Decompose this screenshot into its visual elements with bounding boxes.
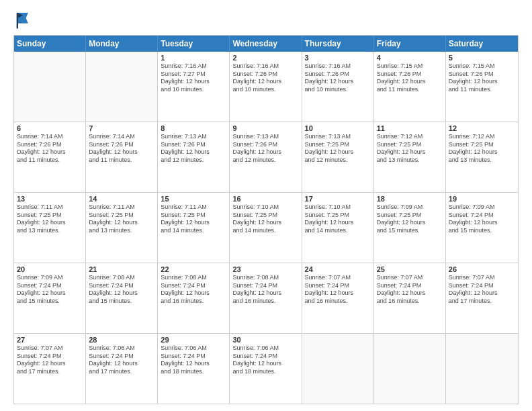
- day-number: 22: [161, 265, 226, 273]
- calendar-row-2: 6Sunrise: 7:14 AM Sunset: 7:26 PM Daylig…: [14, 122, 518, 192]
- calendar-cell: 25Sunrise: 7:07 AM Sunset: 7:24 PM Dayli…: [374, 263, 446, 333]
- calendar-cell: [446, 334, 518, 404]
- day-info: Sunrise: 7:06 AM Sunset: 7:24 PM Dayligh…: [161, 345, 226, 376]
- day-info: Sunrise: 7:07 AM Sunset: 7:24 PM Dayligh…: [449, 274, 515, 306]
- day-number: 2: [232, 54, 298, 62]
- day-info: Sunrise: 7:14 AM Sunset: 7:26 PM Dayligh…: [17, 133, 83, 165]
- day-number: 6: [17, 124, 83, 132]
- day-number: 20: [17, 265, 83, 273]
- day-number: 4: [377, 54, 443, 62]
- logo-icon: [13, 11, 32, 30]
- calendar-cell: 19Sunrise: 7:09 AM Sunset: 7:24 PM Dayli…: [446, 193, 518, 263]
- calendar-cell: 15Sunrise: 7:11 AM Sunset: 7:25 PM Dayli…: [158, 193, 230, 263]
- weekday-header-wednesday: Wednesday: [230, 36, 302, 52]
- calendar-cell: 20Sunrise: 7:09 AM Sunset: 7:24 PM Dayli…: [14, 263, 86, 333]
- calendar-cell: 12Sunrise: 7:12 AM Sunset: 7:25 PM Dayli…: [446, 122, 518, 192]
- calendar-cell: 28Sunrise: 7:06 AM Sunset: 7:24 PM Dayli…: [86, 334, 158, 404]
- day-info: Sunrise: 7:12 AM Sunset: 7:25 PM Dayligh…: [449, 133, 515, 165]
- day-number: 16: [232, 195, 298, 203]
- day-info: Sunrise: 7:08 AM Sunset: 7:24 PM Dayligh…: [232, 274, 298, 306]
- calendar-cell: 16Sunrise: 7:10 AM Sunset: 7:25 PM Dayli…: [230, 193, 302, 263]
- day-number: 19: [449, 195, 515, 203]
- calendar-cell: 9Sunrise: 7:13 AM Sunset: 7:26 PM Daylig…: [230, 122, 302, 192]
- day-number: 30: [232, 336, 298, 344]
- weekday-header-thursday: Thursday: [302, 36, 374, 52]
- day-info: Sunrise: 7:11 AM Sunset: 7:25 PM Dayligh…: [17, 203, 83, 235]
- day-number: 5: [449, 54, 515, 62]
- day-number: 15: [161, 195, 226, 203]
- weekday-header-saturday: Saturday: [446, 36, 518, 52]
- day-info: Sunrise: 7:13 AM Sunset: 7:26 PM Dayligh…: [232, 133, 298, 165]
- svg-rect-3: [17, 13, 18, 28]
- day-info: Sunrise: 7:07 AM Sunset: 7:24 PM Dayligh…: [377, 274, 443, 306]
- day-number: 9: [232, 124, 298, 132]
- day-info: Sunrise: 7:13 AM Sunset: 7:26 PM Dayligh…: [161, 133, 226, 165]
- calendar-cell: 3Sunrise: 7:16 AM Sunset: 7:26 PM Daylig…: [302, 52, 374, 122]
- day-number: 14: [89, 195, 154, 203]
- calendar-body: 1Sunrise: 7:16 AM Sunset: 7:27 PM Daylig…: [14, 52, 518, 404]
- calendar-row-5: 27Sunrise: 7:07 AM Sunset: 7:24 PM Dayli…: [14, 333, 518, 404]
- day-number: 27: [17, 336, 83, 344]
- day-info: Sunrise: 7:08 AM Sunset: 7:24 PM Dayligh…: [89, 274, 154, 306]
- day-number: 7: [89, 124, 154, 132]
- day-number: 10: [305, 124, 371, 132]
- calendar-cell: 24Sunrise: 7:07 AM Sunset: 7:24 PM Dayli…: [302, 263, 374, 333]
- calendar-cell: 22Sunrise: 7:08 AM Sunset: 7:24 PM Dayli…: [158, 263, 230, 333]
- calendar-cell: 29Sunrise: 7:06 AM Sunset: 7:24 PM Dayli…: [158, 334, 230, 404]
- day-number: 24: [305, 265, 371, 273]
- day-number: 21: [89, 265, 154, 273]
- calendar-cell: [374, 334, 446, 404]
- day-number: 28: [89, 336, 154, 344]
- calendar-cell: 26Sunrise: 7:07 AM Sunset: 7:24 PM Dayli…: [446, 263, 518, 333]
- day-info: Sunrise: 7:14 AM Sunset: 7:26 PM Dayligh…: [89, 133, 154, 165]
- page: SundayMondayTuesdayWednesdayThursdayFrid…: [0, 0, 532, 411]
- day-info: Sunrise: 7:09 AM Sunset: 7:25 PM Dayligh…: [377, 203, 443, 235]
- day-info: Sunrise: 7:12 AM Sunset: 7:25 PM Dayligh…: [377, 133, 443, 165]
- calendar: SundayMondayTuesdayWednesdayThursdayFrid…: [13, 35, 519, 404]
- day-info: Sunrise: 7:15 AM Sunset: 7:26 PM Dayligh…: [449, 62, 515, 94]
- calendar-cell: 7Sunrise: 7:14 AM Sunset: 7:26 PM Daylig…: [86, 122, 158, 192]
- calendar-cell: [302, 334, 374, 404]
- calendar-cell: 1Sunrise: 7:16 AM Sunset: 7:27 PM Daylig…: [158, 52, 230, 122]
- calendar-cell: 21Sunrise: 7:08 AM Sunset: 7:24 PM Dayli…: [86, 263, 158, 333]
- day-number: 3: [305, 54, 371, 62]
- calendar-cell: [14, 52, 86, 122]
- day-info: Sunrise: 7:11 AM Sunset: 7:25 PM Dayligh…: [161, 203, 226, 235]
- day-number: 26: [449, 265, 515, 273]
- day-info: Sunrise: 7:16 AM Sunset: 7:26 PM Dayligh…: [232, 62, 298, 94]
- calendar-cell: 30Sunrise: 7:06 AM Sunset: 7:24 PM Dayli…: [230, 334, 302, 404]
- calendar-cell: 5Sunrise: 7:15 AM Sunset: 7:26 PM Daylig…: [446, 52, 518, 122]
- weekday-header-friday: Friday: [374, 36, 446, 52]
- day-info: Sunrise: 7:16 AM Sunset: 7:27 PM Dayligh…: [161, 62, 226, 94]
- calendar-cell: 6Sunrise: 7:14 AM Sunset: 7:26 PM Daylig…: [14, 122, 86, 192]
- day-info: Sunrise: 7:08 AM Sunset: 7:24 PM Dayligh…: [161, 274, 226, 306]
- calendar-cell: 4Sunrise: 7:15 AM Sunset: 7:26 PM Daylig…: [374, 52, 446, 122]
- calendar-cell: 13Sunrise: 7:11 AM Sunset: 7:25 PM Dayli…: [14, 193, 86, 263]
- day-number: 13: [17, 195, 83, 203]
- calendar-cell: [86, 52, 158, 122]
- day-info: Sunrise: 7:07 AM Sunset: 7:24 PM Dayligh…: [17, 345, 83, 376]
- day-number: 25: [377, 265, 443, 273]
- day-number: 11: [377, 124, 443, 132]
- weekday-header-monday: Monday: [86, 36, 158, 52]
- day-number: 29: [161, 336, 226, 344]
- calendar-row-1: 1Sunrise: 7:16 AM Sunset: 7:27 PM Daylig…: [14, 52, 518, 122]
- day-info: Sunrise: 7:16 AM Sunset: 7:26 PM Dayligh…: [305, 62, 371, 94]
- day-info: Sunrise: 7:15 AM Sunset: 7:26 PM Dayligh…: [377, 62, 443, 94]
- day-number: 8: [161, 124, 226, 132]
- day-info: Sunrise: 7:10 AM Sunset: 7:25 PM Dayligh…: [232, 203, 298, 235]
- header: [13, 11, 519, 30]
- day-number: 18: [377, 195, 443, 203]
- calendar-row-4: 20Sunrise: 7:09 AM Sunset: 7:24 PM Dayli…: [14, 263, 518, 333]
- day-number: 17: [305, 195, 371, 203]
- calendar-cell: 27Sunrise: 7:07 AM Sunset: 7:24 PM Dayli…: [14, 334, 86, 404]
- calendar-cell: 17Sunrise: 7:10 AM Sunset: 7:25 PM Dayli…: [302, 193, 374, 263]
- day-info: Sunrise: 7:13 AM Sunset: 7:25 PM Dayligh…: [305, 133, 371, 165]
- day-info: Sunrise: 7:09 AM Sunset: 7:24 PM Dayligh…: [17, 274, 83, 306]
- day-number: 1: [161, 54, 226, 62]
- calendar-row-3: 13Sunrise: 7:11 AM Sunset: 7:25 PM Dayli…: [14, 192, 518, 263]
- calendar-cell: 11Sunrise: 7:12 AM Sunset: 7:25 PM Dayli…: [374, 122, 446, 192]
- weekday-header-tuesday: Tuesday: [158, 36, 230, 52]
- day-info: Sunrise: 7:06 AM Sunset: 7:24 PM Dayligh…: [89, 345, 154, 376]
- calendar-cell: 23Sunrise: 7:08 AM Sunset: 7:24 PM Dayli…: [230, 263, 302, 333]
